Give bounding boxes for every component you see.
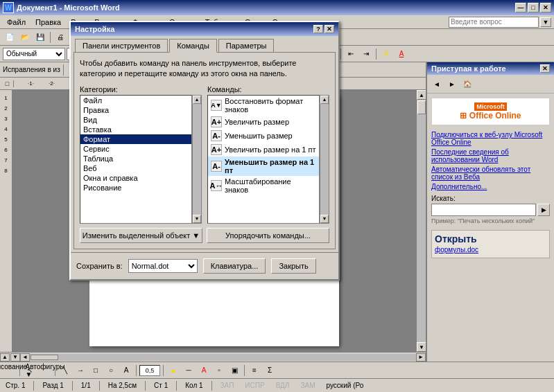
cat-table[interactable]: Таблица bbox=[80, 154, 191, 163]
side-back-btn[interactable]: ◄ bbox=[430, 78, 444, 90]
cat-web[interactable]: Веб bbox=[80, 163, 191, 173]
categories-list-wrapper: Файл Правка Вид Вставка Формат Сервис Та… bbox=[80, 95, 202, 224]
cat-drawing[interactable]: Рисование bbox=[80, 183, 191, 193]
cmd-scroll-down[interactable]: ▼ bbox=[320, 215, 329, 223]
cmd-4[interactable]: A- Уменьшить размер на 1 пт bbox=[208, 157, 319, 176]
indent-btn[interactable]: ⇥ bbox=[359, 48, 373, 60]
open-section: Открыть формулы.doc bbox=[431, 230, 550, 258]
search-go-btn[interactable]: ▶ bbox=[537, 204, 550, 216]
status-lang: русский (Ро bbox=[323, 382, 366, 389]
cmd-icon-5: A↔ bbox=[211, 180, 222, 191]
cmd-5[interactable]: A↔ Масштабирование знаков bbox=[208, 176, 319, 195]
align-left2-btn[interactable]: ≡ bbox=[248, 364, 261, 377]
hscroll-thumb[interactable] bbox=[31, 355, 58, 360]
cat-edit[interactable]: Правка bbox=[80, 105, 191, 115]
categories-list[interactable]: Файл Правка Вид Вставка Формат Сервис Та… bbox=[80, 95, 192, 224]
cmd-icon-4: A- bbox=[211, 161, 222, 172]
autoshapes-btn[interactable]: Автофигуры ▼ bbox=[38, 364, 52, 377]
style-select[interactable]: Обычный bbox=[3, 48, 65, 60]
font-color-btn[interactable]: A bbox=[395, 48, 408, 60]
scroll-down-btn[interactable]: ▼ bbox=[417, 342, 426, 352]
save-btn[interactable]: 💾 bbox=[33, 31, 47, 44]
cmd-1[interactable]: A+ Увеличить размер bbox=[208, 115, 319, 129]
open-file-1[interactable]: формулы.doc bbox=[435, 246, 546, 253]
save-label: Сохранить в: bbox=[76, 262, 123, 270]
help-search-input[interactable] bbox=[449, 17, 539, 28]
open-btn[interactable]: 📂 bbox=[18, 31, 32, 44]
organize-btn[interactable]: Упорядочить команды... bbox=[207, 228, 329, 243]
maximize-button[interactable]: □ bbox=[528, 3, 539, 12]
cmd-0[interactable]: A▼ Восстановить формат знаков bbox=[208, 96, 319, 115]
side-home-btn[interactable]: 🏠 bbox=[460, 78, 474, 90]
side-panel-title: Приступая к работе bbox=[431, 64, 506, 73]
menu-file[interactable]: Файл bbox=[3, 17, 30, 28]
arrow-btn[interactable]: → bbox=[73, 364, 87, 377]
ruler-corner: □ bbox=[1, 80, 14, 87]
save-select[interactable]: Normal.dot bbox=[128, 259, 198, 273]
side-additional[interactable]: Дополнительно... bbox=[431, 183, 550, 190]
dialog-close-btn[interactable]: ✕ bbox=[324, 25, 334, 33]
next-page-btn[interactable]: ▼ bbox=[10, 353, 20, 362]
open-section-title[interactable]: Открыть bbox=[435, 233, 546, 244]
scroll-thumb[interactable] bbox=[417, 100, 426, 114]
cat-scroll-down[interactable]: ▼ bbox=[193, 215, 201, 223]
new-btn[interactable]: 📄 bbox=[3, 31, 17, 44]
side-panel-close-btn[interactable]: ✕ bbox=[540, 64, 550, 73]
outdent-btn[interactable]: ⇤ bbox=[344, 48, 358, 60]
hscroll-right-btn[interactable]: ► bbox=[416, 353, 426, 362]
shadow-btn[interactable]: ▫ bbox=[212, 364, 226, 377]
status-col: Кол 1 bbox=[182, 382, 205, 389]
line-btn[interactable]: ╲ bbox=[58, 364, 72, 377]
modify-btn[interactable]: Изменить выделенный объект ▼ bbox=[80, 228, 202, 243]
side-search-input[interactable] bbox=[431, 204, 536, 216]
tab-commands[interactable]: Команды bbox=[169, 39, 217, 53]
cat-file[interactable]: Файл bbox=[80, 96, 191, 105]
dialog-title-text: Настройка bbox=[75, 25, 114, 33]
tab-toolbars[interactable]: Панели инструментов bbox=[75, 39, 168, 52]
scroll-up-btn[interactable]: ▲ bbox=[417, 90, 426, 100]
prev-page-btn[interactable]: ▲ bbox=[0, 353, 10, 362]
tab-parameters[interactable]: Параметры bbox=[218, 39, 275, 52]
cmd-2[interactable]: A- Уменьшить размер bbox=[208, 129, 319, 143]
cmd-3[interactable]: A+ Увеличить размер на 1 пт bbox=[208, 143, 319, 157]
font-color-btn2[interactable]: A bbox=[197, 364, 211, 377]
cmd-text-1: Увеличить размер bbox=[225, 118, 289, 126]
status-sep3 bbox=[99, 381, 100, 391]
side-link-2[interactable]: Последние сведения об использовании Word bbox=[431, 148, 550, 163]
commands-list[interactable]: A▼ Восстановить формат знаков A+ Увеличи… bbox=[207, 95, 320, 224]
cat-insert[interactable]: Вставка bbox=[80, 125, 191, 134]
close-dialog-btn[interactable]: Закрыть bbox=[271, 258, 315, 274]
side-panel-nav: ◄ ► 🏠 bbox=[427, 75, 554, 93]
customize-dialog[interactable]: Настройка ? ✕ Панели инструментов Команд… bbox=[69, 21, 340, 280]
cmd-scroll-up[interactable]: ▲ bbox=[320, 96, 329, 104]
oval-btn[interactable]: ○ bbox=[104, 364, 118, 377]
cat-windows[interactable]: Окна и справка bbox=[80, 173, 191, 183]
line-color-btn[interactable]: ─ bbox=[182, 364, 196, 377]
cat-view[interactable]: Вид bbox=[80, 115, 191, 125]
search-example: Пример: "Печать нескольких копий" bbox=[431, 217, 550, 224]
sum-btn[interactable]: Σ bbox=[263, 364, 277, 377]
side-forward-btn[interactable]: ► bbox=[445, 78, 459, 90]
3d-btn[interactable]: ▣ bbox=[227, 364, 241, 377]
close-button[interactable]: ✕ bbox=[540, 3, 551, 12]
print-btn[interactable]: 🖨 bbox=[53, 31, 67, 44]
help-search-btn[interactable]: ▼ bbox=[540, 17, 551, 27]
cat-format[interactable]: Формат bbox=[80, 134, 191, 144]
highlight-btn[interactable]: A bbox=[379, 48, 393, 60]
textbox-btn[interactable]: A bbox=[119, 364, 133, 377]
minimize-button[interactable]: — bbox=[515, 3, 526, 12]
side-link-3[interactable]: Автоматически обновлять этот список из В… bbox=[431, 166, 550, 181]
side-link-1[interactable]: Подключиться к веб-узлу Microsoft Office… bbox=[431, 131, 550, 146]
rect-btn[interactable]: □ bbox=[89, 364, 103, 377]
cat-service[interactable]: Сервис bbox=[80, 144, 191, 154]
drawing-menu-btn[interactable]: Рисование ▼ bbox=[3, 364, 17, 377]
menu-edit[interactable]: Правка bbox=[31, 17, 65, 28]
fill-color-btn[interactable]: ▲ bbox=[166, 364, 180, 377]
keyboard-btn[interactable]: Клавиатура... bbox=[203, 258, 266, 274]
status-sep2 bbox=[72, 381, 73, 391]
dialog-help-btn[interactable]: ? bbox=[313, 25, 323, 33]
sep11 bbox=[340, 48, 341, 60]
cmd-text-3: Увеличить размер на 1 пт bbox=[225, 145, 316, 154]
cat-scroll-up[interactable]: ▲ bbox=[193, 96, 201, 104]
hscroll-left-btn[interactable]: ◄ bbox=[20, 353, 30, 362]
